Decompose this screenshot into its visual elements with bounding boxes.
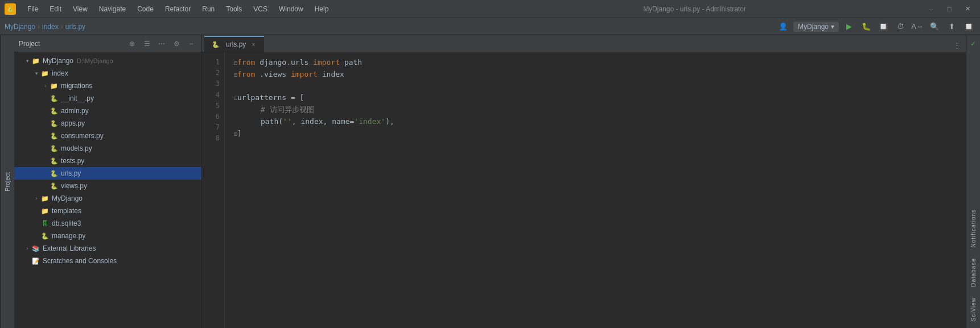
- migrations-name: migrations: [61, 82, 92, 90]
- tree-consumers-py[interactable]: 🐍 consumers.py: [14, 130, 201, 142]
- menu-file[interactable]: File: [23, 4, 43, 14]
- mydjango-expand-icon: ›: [32, 194, 40, 202]
- consumers-file-icon: 🐍: [50, 131, 59, 140]
- menu-window[interactable]: Window: [274, 4, 308, 14]
- profile-run-button[interactable]: ⏱: [893, 20, 907, 34]
- line-numbers: 1 2 3 4 5 6 7 8: [202, 52, 225, 328]
- consumers-name: consumers.py: [61, 132, 104, 140]
- code-area: 1 2 3 4 5 6 7 8 ⊟from django.urls import…: [202, 52, 966, 328]
- coverage-button[interactable]: 🔲: [876, 20, 890, 34]
- right-sidebar: ✓ Notifications Database SciView: [966, 35, 980, 328]
- admin-file-icon: 🐍: [50, 106, 59, 115]
- tree-external-libs[interactable]: › 📚 External Libraries: [14, 242, 201, 255]
- scratches-icon: 📝: [31, 256, 40, 265]
- db-name: db.sqlite3: [52, 219, 81, 227]
- dropdown-arrow-icon: ▾: [831, 23, 834, 31]
- tree-root[interactable]: ▾ 📁 MyDjango D:\MyDjango: [14, 55, 201, 67]
- profile-button[interactable]: 👤: [776, 20, 790, 34]
- root-expand-icon: ▾: [23, 57, 31, 65]
- views-name: views.py: [61, 182, 87, 190]
- root-name: MyDjango: [43, 57, 73, 65]
- database-tab[interactable]: Database: [970, 254, 977, 292]
- project-tab[interactable]: Project: [0, 35, 14, 328]
- mydjango-folder-name: MyDjango: [52, 194, 83, 202]
- mydjango-folder-icon: 📁: [40, 194, 50, 203]
- close-button[interactable]: ✕: [960, 3, 975, 15]
- models-file-icon: 🐍: [50, 144, 59, 153]
- tree-init-py[interactable]: 🐍 __init__.py: [14, 92, 201, 105]
- main: Project Project ⊕ ☰ ⋯ ⚙ − ▾ 📁 MyDjango D…: [0, 35, 980, 328]
- init-file-icon: 🐍: [50, 94, 59, 103]
- external-expand-icon: ›: [23, 244, 31, 252]
- breadcrumb-file[interactable]: urls.py: [65, 23, 85, 31]
- tree-scratches[interactable]: 📝 Scratches and Consoles: [14, 255, 201, 267]
- panel-title: Project: [19, 40, 123, 48]
- breadcrumb-project[interactable]: MyDjango: [5, 23, 35, 31]
- tree-migrations[interactable]: › 📁 migrations: [14, 80, 201, 92]
- tab-bar: 🐍 urls.py × ⋮: [202, 35, 966, 52]
- project-selector[interactable]: MyDjango ▾: [793, 22, 839, 32]
- index-folder-icon: 📁: [40, 69, 50, 78]
- tab-close-button[interactable]: ×: [249, 40, 257, 48]
- close-panel-button[interactable]: −: [186, 38, 197, 49]
- init-arrow: [42, 94, 50, 102]
- collapse-button[interactable]: ⋯: [156, 38, 167, 49]
- project-name: MyDjango: [798, 23, 829, 31]
- tree-tests-py[interactable]: 🐍 tests.py: [14, 155, 201, 167]
- editor-area: 🐍 urls.py × ⋮ 1 2 3 4 5 6 7 8 ⊟from djan…: [202, 35, 966, 328]
- menu-view[interactable]: View: [68, 4, 92, 14]
- tree-manage-py[interactable]: 🐍 manage.py: [14, 230, 201, 242]
- sciview-tab[interactable]: SciView: [970, 293, 977, 326]
- tree-apps-py[interactable]: 🐍 apps.py: [14, 117, 201, 130]
- settings-panel-button[interactable]: ⚙: [171, 38, 182, 49]
- menu-navigate[interactable]: Navigate: [94, 4, 130, 14]
- migrations-folder-icon: 📁: [50, 81, 59, 90]
- translate-button[interactable]: A↔: [911, 20, 924, 34]
- tab-label: urls.py: [226, 40, 246, 48]
- menu-refactor[interactable]: Refactor: [160, 4, 195, 14]
- search-button[interactable]: 🔍: [928, 20, 941, 34]
- menu-code[interactable]: Code: [133, 4, 158, 14]
- code-editor[interactable]: ⊟from django.urls import path ⊟from .vie…: [225, 52, 966, 328]
- maximize-button[interactable]: □: [941, 3, 957, 15]
- views-file-icon: 🐍: [50, 181, 59, 190]
- debug-button[interactable]: 🐛: [859, 20, 873, 34]
- menu-edit[interactable]: Edit: [45, 4, 66, 14]
- migrations-expand-icon: ›: [42, 82, 50, 90]
- toolbar: MyDjango › index › urls.py 👤 MyDjango ▾ …: [0, 18, 980, 35]
- init-name: __init__.py: [61, 94, 94, 102]
- tree-admin-py[interactable]: 🐍 admin.py: [14, 105, 201, 117]
- menu-tools[interactable]: Tools: [221, 4, 246, 14]
- tree-models-py[interactable]: 🐍 models.py: [14, 142, 201, 155]
- run-button[interactable]: ▶: [842, 20, 856, 34]
- menu-vcs[interactable]: VCS: [249, 4, 272, 14]
- menu-bar: File Edit View Navigate Code Refactor Ru…: [23, 4, 466, 14]
- index-folder-name: index: [52, 69, 68, 77]
- file-tree: ▾ 📁 MyDjango D:\MyDjango ▾ 📁 index › 📁 m…: [14, 52, 201, 328]
- update-button[interactable]: ⬆: [945, 20, 958, 34]
- editor-options-button[interactable]: ⋮: [950, 38, 963, 52]
- minimize-button[interactable]: –: [923, 3, 939, 15]
- list-view-button[interactable]: ☰: [141, 38, 153, 49]
- tree-db-sqlite3[interactable]: 🗄 db.sqlite3: [14, 217, 201, 230]
- index-expand-icon: ▾: [32, 69, 40, 77]
- menu-run[interactable]: Run: [197, 4, 219, 14]
- apps-file-icon: 🐍: [50, 119, 59, 128]
- menu-help[interactable]: Help: [310, 4, 333, 14]
- tree-index-folder[interactable]: ▾ 📁 index: [14, 67, 201, 80]
- tree-templates[interactable]: 📁 templates: [14, 205, 201, 217]
- root-folder-icon: 📁: [31, 56, 40, 65]
- tree-views-py[interactable]: 🐍 views.py: [14, 180, 201, 192]
- tree-urls-py[interactable]: 🐍 urls.py: [14, 167, 201, 180]
- external-libs-name: External Libraries: [43, 244, 96, 252]
- breadcrumb-folder[interactable]: index: [42, 23, 59, 31]
- tab-file-icon: 🐍: [211, 40, 220, 49]
- tab-urls-py[interactable]: 🐍 urls.py ×: [204, 36, 264, 52]
- notifications-tab[interactable]: Notifications: [970, 205, 977, 252]
- add-button[interactable]: ⊕: [126, 38, 138, 49]
- templates-name: templates: [52, 207, 81, 215]
- apps-name: apps.py: [61, 119, 85, 127]
- settings-button[interactable]: 🔲: [962, 20, 975, 34]
- window-controls: – □ ✕: [923, 3, 975, 15]
- tree-mydjango-folder[interactable]: › 📁 MyDjango: [14, 192, 201, 205]
